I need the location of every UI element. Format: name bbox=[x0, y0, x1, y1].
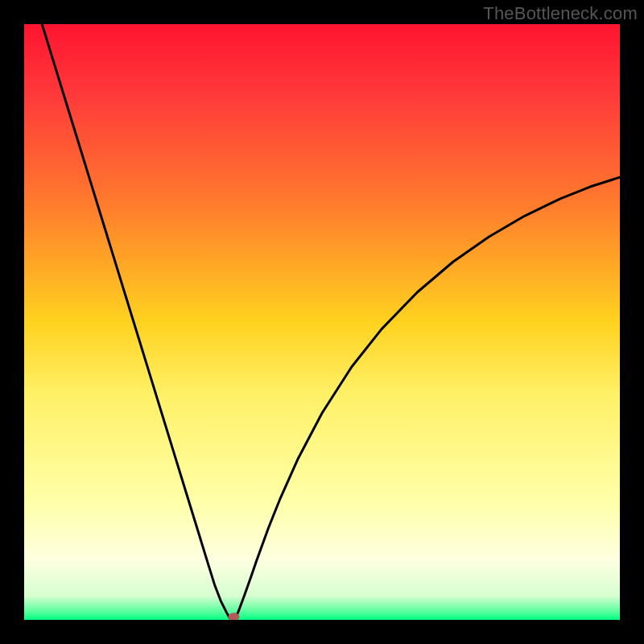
plot-area bbox=[24, 24, 620, 620]
chart-svg bbox=[24, 24, 620, 620]
gradient-background bbox=[24, 24, 620, 620]
watermark-text: TheBottleneck.com bbox=[483, 3, 638, 24]
chart-frame: TheBottleneck.com bbox=[0, 0, 644, 644]
